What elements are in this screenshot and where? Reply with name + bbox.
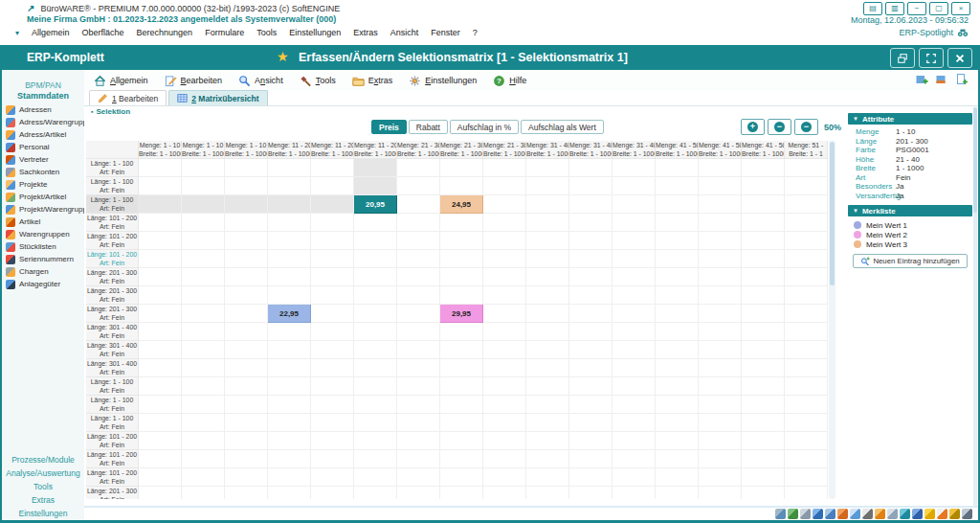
matrix-cell[interactable]	[354, 286, 397, 305]
attributes-header[interactable]: ▼ Attribute	[848, 113, 972, 125]
matrix-cell[interactable]	[397, 214, 440, 232]
matrix-cell[interactable]	[742, 450, 785, 468]
matrix-cell[interactable]	[397, 377, 440, 396]
matrix-cell[interactable]	[311, 232, 354, 250]
matrix-col-header[interactable]: Menge: 11 - 20Breite: 1 - 1000	[268, 141, 311, 159]
maximize-icon[interactable]: ▢	[929, 2, 948, 15]
matrix-col-header[interactable]: Menge: 31 - 40Breite: 1 - 1000	[612, 141, 656, 159]
matrix-cell[interactable]	[354, 487, 397, 499]
matrix-cell[interactable]	[526, 305, 569, 323]
matrix-cell[interactable]	[311, 177, 354, 195]
sidebar-item-vertreter[interactable]: Vertreter	[6, 153, 84, 166]
tab-1-bearbeiten[interactable]: 1 Bearbeiten	[89, 90, 167, 105]
matrix-cell[interactable]	[268, 286, 311, 305]
favorite-star-icon[interactable]: ★	[277, 49, 289, 64]
matrix-cell[interactable]	[699, 195, 742, 214]
matrix-cell[interactable]	[139, 195, 182, 214]
matrix-cell[interactable]	[182, 359, 225, 377]
tab-2-matrixübersicht[interactable]: 2 Matrixübersicht	[168, 90, 267, 105]
matrix-cell[interactable]	[311, 396, 354, 414]
sidebar-item-extras[interactable]: Extras	[2, 493, 84, 507]
matrix-cell[interactable]	[569, 268, 612, 286]
matrix-cell[interactable]	[699, 359, 742, 377]
matrix-cell[interactable]	[397, 450, 440, 468]
matrix-cell[interactable]	[397, 286, 440, 305]
matrix-cell[interactable]	[526, 414, 569, 432]
matrix-row-header[interactable]: Länge: 101 - 200Art: Fein	[86, 214, 139, 232]
matrix-row-header[interactable]: Länge: 101 - 200Art: Fein	[86, 232, 139, 250]
matrix-cell[interactable]	[182, 286, 225, 305]
matrix-cell[interactable]	[311, 305, 354, 323]
matrix-cell[interactable]	[569, 414, 612, 432]
toolbar-allgemein[interactable]: Allgemein	[94, 75, 148, 87]
matrix-row-header[interactable]: Länge: 201 - 300Art: Fein	[86, 305, 139, 323]
matrix-cell[interactable]	[483, 232, 526, 250]
matrix-cell[interactable]	[397, 305, 440, 323]
matrix-cell[interactable]	[785, 450, 828, 468]
matrix-row-header[interactable]: Länge: 1 - 100Art: Fein	[86, 377, 139, 396]
matrix-cell[interactable]	[656, 359, 699, 377]
toolbar-einstellungen[interactable]: Einstellungen	[409, 75, 477, 87]
merkliste-item[interactable]: Mein Wert 2	[848, 230, 972, 239]
matrix-cell[interactable]	[742, 195, 785, 214]
matrix-cell[interactable]	[397, 250, 440, 268]
pencil-icon[interactable]	[813, 509, 823, 519]
matrix-cell[interactable]	[225, 305, 268, 323]
matrix-cell[interactable]	[785, 323, 828, 341]
matrix-cell[interactable]	[225, 286, 268, 305]
matrix-cell[interactable]	[526, 195, 569, 214]
matrix-cell[interactable]	[311, 214, 354, 232]
matrix-cell[interactable]	[354, 250, 397, 268]
matrix-cell[interactable]	[311, 159, 354, 177]
matrix-cell[interactable]	[569, 432, 612, 450]
matrix-col-header[interactable]: Menge: 41 - 50Breite: 1 - 1000	[656, 141, 699, 159]
matrix-cell[interactable]	[656, 341, 699, 359]
matrix-cell[interactable]	[225, 359, 268, 377]
matrix-cell[interactable]	[354, 323, 397, 341]
matrix-row-header[interactable]: Länge: 301 - 400Art: Fein	[86, 341, 139, 359]
matrix-col-header[interactable]: Menge: 11 - 20Breite: 1 - 1000	[354, 141, 397, 159]
matrix-cell[interactable]	[742, 487, 785, 499]
matrix-row-header[interactable]: Länge: 301 - 400Art: Fein	[86, 359, 139, 377]
matrix-cell[interactable]	[354, 432, 397, 450]
matrix-cell[interactable]	[742, 468, 785, 487]
merkliste-item[interactable]: Mein Wert 3	[848, 239, 972, 249]
matrix-row-header[interactable]: Länge: 201 - 300Art: Fein	[86, 268, 139, 286]
matrix-col-header[interactable]: Menge: 41 - 50Breite: 1 - 1000	[742, 141, 785, 159]
matrix-cell[interactable]	[569, 468, 612, 487]
matrix-cell[interactable]	[612, 341, 656, 359]
matrix-cell[interactable]	[742, 214, 785, 232]
matrix-cell[interactable]	[440, 359, 483, 377]
matrix-cell[interactable]	[354, 232, 397, 250]
matrix-cell[interactable]	[526, 468, 569, 487]
menu-item-berechnungen[interactable]: Berechnungen	[137, 28, 193, 37]
matrix-cell[interactable]	[139, 177, 182, 195]
matrix-cell[interactable]	[785, 268, 828, 286]
matrix-cell[interactable]	[785, 468, 828, 487]
matrix-cell[interactable]	[483, 432, 526, 450]
matrix-cell[interactable]	[483, 195, 526, 214]
matrix-cell[interactable]	[268, 250, 311, 268]
matrix-cell[interactable]	[526, 177, 569, 195]
matrix-cell[interactable]	[354, 450, 397, 468]
menu-item-extras[interactable]: Extras	[353, 28, 378, 37]
matrix-cell[interactable]	[612, 414, 656, 432]
matrix-cell[interactable]	[656, 214, 699, 232]
matrix-cell[interactable]	[354, 214, 397, 232]
matrix-cell[interactable]	[354, 268, 397, 286]
matrix-col-header[interactable]: Menge: 41 - 50Breite: 1 - 1000	[699, 141, 742, 159]
matrix-cell[interactable]	[483, 177, 526, 195]
matrix-cell[interactable]	[483, 414, 526, 432]
menu-item-allgemein[interactable]: Allgemein	[32, 28, 70, 37]
matrix-cell[interactable]	[526, 487, 569, 499]
matrix-cell[interactable]	[569, 177, 612, 195]
matrix-cell[interactable]	[656, 432, 699, 450]
matrix-cell[interactable]: 24,95	[440, 195, 483, 214]
matrix-cell[interactable]	[225, 323, 268, 341]
matrix-cell[interactable]	[483, 214, 526, 232]
matrix-cell[interactable]	[225, 159, 268, 177]
matrix-cell[interactable]	[440, 396, 483, 414]
matrix-cell[interactable]	[268, 377, 311, 396]
matrix-cell[interactable]	[440, 214, 483, 232]
matrix-cell[interactable]	[699, 450, 742, 468]
